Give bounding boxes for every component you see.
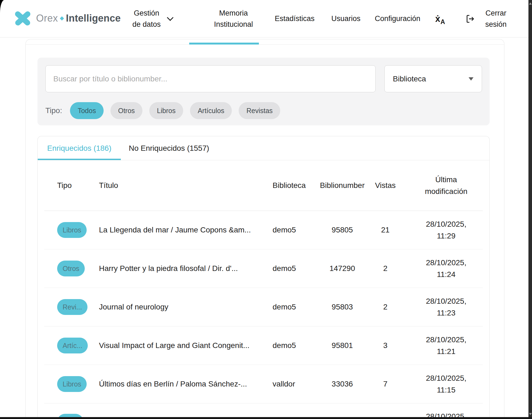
row-library: demo5 xyxy=(273,341,316,350)
filter-chip-articulos[interactable]: Artículos xyxy=(190,102,232,119)
nav-memoria-institucional[interactable]: Memoria Institucional xyxy=(211,0,256,37)
row-views: 2 xyxy=(368,264,402,273)
library-select[interactable]: Biblioteca xyxy=(384,65,482,92)
active-page-tab-indicator xyxy=(189,43,259,45)
type-badge: Otros xyxy=(57,261,85,276)
search-filter-panel: Biblioteca Tipo: Todos Otros Libros Artí… xyxy=(37,58,490,125)
search-input[interactable] xyxy=(45,65,376,92)
main-content-card: Biblioteca Tipo: Todos Otros Libros Artí… xyxy=(25,39,504,419)
row-biblionumber: 95803 xyxy=(316,303,368,311)
col-ultima-modificacion: Última modificación xyxy=(417,174,475,197)
row-title: La Llegenda del mar / Jaume Copons &am..… xyxy=(99,226,273,234)
row-views: 21 xyxy=(368,226,402,234)
brand-second: Intelligence xyxy=(66,13,121,24)
row-modified: 28/10/2025, 11:15 xyxy=(402,372,490,396)
row-biblionumber: 95801 xyxy=(316,341,368,350)
row-title: Journal of neurology xyxy=(99,303,273,311)
nav-gestion-label: Gestión de datos xyxy=(131,8,162,30)
row-biblionumber: 95805 xyxy=(316,226,368,234)
nav-usuarios[interactable]: Usuarios xyxy=(331,0,361,37)
row-views: 3 xyxy=(368,341,402,350)
filter-chip-todos[interactable]: Todos xyxy=(70,102,104,119)
row-library: demo5 xyxy=(273,226,316,234)
scrollbar-up-icon[interactable] xyxy=(529,2,532,5)
filter-chip-revistas[interactable]: Revistas xyxy=(239,102,280,119)
row-biblionumber: 33036 xyxy=(316,380,368,388)
row-views: 2 xyxy=(368,303,402,311)
nav-estadisticas[interactable]: Estadísticas xyxy=(275,0,315,37)
table-row[interactable]: Libros Últimos días en Berlín / Paloma S… xyxy=(44,365,483,403)
logout-icon[interactable] xyxy=(465,0,475,37)
brand-logo: Orex Intelligence xyxy=(13,8,121,28)
dropdown-caret-icon xyxy=(469,77,473,81)
col-biblioteca: Biblioteca xyxy=(273,181,316,190)
brand-diamond-icon xyxy=(60,16,64,20)
table-row[interactable]: 28/10/2025, xyxy=(44,403,483,419)
row-title: Harry Potter y la piedra filosofal / Dir… xyxy=(99,264,273,273)
row-library: demo5 xyxy=(273,303,316,311)
type-badge: Libros xyxy=(57,376,87,392)
orex-x-logo-icon xyxy=(13,8,32,28)
browser-scrollbar[interactable] xyxy=(528,0,532,419)
results-tab-bar: Enriquecidos (186) No Enriquecidos (1557… xyxy=(38,136,489,160)
filter-chip-otros[interactable]: Otros xyxy=(110,102,142,119)
app-header: Orex Intelligence Gestión de datos Memor… xyxy=(0,0,532,37)
nav-memoria-label: Memoria Institucional xyxy=(211,8,256,30)
table-row[interactable]: Revi... Journal of neurology demo5 95803… xyxy=(44,288,483,326)
row-modified: 28/10/2025, xyxy=(402,403,490,419)
row-title: Visual Impact of Large and Giant Congeni… xyxy=(99,341,273,350)
window-bottom-edge xyxy=(0,417,532,419)
library-select-value: Biblioteca xyxy=(393,75,426,83)
chevron-down-icon xyxy=(167,14,173,21)
nav-gestion-de-datos[interactable]: Gestión de datos xyxy=(131,0,173,37)
type-badge: Artíc... xyxy=(57,338,88,353)
nav-configuracion[interactable]: Configuración xyxy=(375,0,420,37)
row-library: demo5 xyxy=(273,264,316,273)
results-table: Tipo Título Biblioteca Biblionumber Vist… xyxy=(44,160,483,419)
type-filter-row: Tipo: Todos Otros Libros Artículos Revis… xyxy=(45,102,280,119)
row-modified: 28/10/2025, 11:21 xyxy=(402,334,490,358)
page-tabs-divider xyxy=(26,44,504,45)
brand-first: Orex xyxy=(36,13,58,24)
filter-chip-libros[interactable]: Libros xyxy=(149,102,183,119)
results-card: Enriquecidos (186) No Enriquecidos (1557… xyxy=(37,136,490,419)
logout-button[interactable]: Cerrar sesión xyxy=(481,0,511,37)
row-modified: 28/10/2025, 11:29 xyxy=(402,218,490,242)
col-vistas: Vistas xyxy=(368,181,402,190)
row-views: 7 xyxy=(368,380,402,388)
row-library: valldor xyxy=(273,380,316,388)
col-biblionumber: Biblionumber xyxy=(316,181,368,190)
table-header-row: Tipo Título Biblioteca Biblionumber Vist… xyxy=(44,160,483,211)
translate-icon[interactable]: ẋA xyxy=(435,0,445,37)
type-filter-label: Tipo: xyxy=(45,106,62,115)
col-titulo: Título xyxy=(99,181,273,190)
tab-enriquecidos[interactable]: Enriquecidos (186) xyxy=(38,136,121,160)
table-row[interactable]: Artíc... Visual Impact of Large and Gian… xyxy=(44,326,483,365)
table-row[interactable]: Otros Harry Potter y la piedra filosofal… xyxy=(44,249,483,288)
scrollbar-down-icon[interactable] xyxy=(529,413,532,415)
col-tipo: Tipo xyxy=(57,181,99,190)
table-row[interactable]: Libros La Llegenda del mar / Jaume Copon… xyxy=(44,211,483,249)
row-modified: 28/10/2025, 11:23 xyxy=(402,295,490,319)
type-badge: Revi... xyxy=(57,299,87,315)
type-badge: Libros xyxy=(57,222,87,238)
row-biblionumber: 147290 xyxy=(316,264,368,273)
tab-no-enriquecidos[interactable]: No Enriquecidos (1557) xyxy=(121,136,217,160)
row-modified: 28/10/2025, 11:24 xyxy=(402,257,490,281)
row-title: Últimos días en Berlín / Paloma Sánchez-… xyxy=(99,380,273,388)
